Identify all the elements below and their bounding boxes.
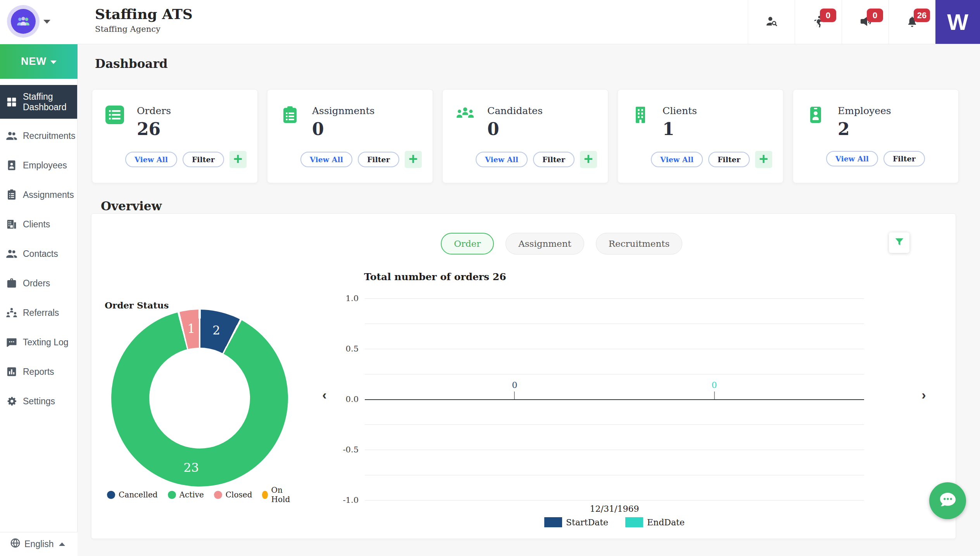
x-axis-line: [365, 399, 864, 400]
view-all-button[interactable]: View All: [651, 152, 703, 167]
sidebar-nav: Staffing Dashboard Recruitments Employee…: [0, 79, 77, 416]
chevron-down-icon[interactable]: [43, 20, 50, 24]
donut-legend: Cancelled Active Closed On Hold: [107, 485, 293, 504]
sidebar-item-texting-log[interactable]: Texting Log: [0, 327, 77, 357]
people-icon: [5, 248, 18, 260]
add-assignment-button[interactable]: +: [405, 151, 422, 168]
overview-title: Overview: [101, 199, 162, 213]
notifications-badge: 26: [914, 9, 930, 22]
sidebar-item-label: Recruitments: [23, 131, 75, 141]
tasks-button[interactable]: 0: [795, 0, 842, 44]
legend-item-closed[interactable]: Closed: [214, 485, 252, 504]
sidebar-item-settings[interactable]: Settings: [0, 386, 77, 416]
logo-zone: [0, 0, 78, 44]
new-button-label: NEW: [21, 55, 47, 68]
gridline: [365, 374, 864, 374]
line-chart-title: Total number of orders 26: [364, 271, 506, 282]
sidebar-item-contacts[interactable]: Contacts: [0, 239, 77, 268]
header: Staffing ATS Staffing Agency: [0, 0, 980, 44]
sidebar-item-recruitments[interactable]: Recruitments: [0, 121, 77, 151]
campaigns-badge: 0: [867, 9, 883, 22]
filter-button[interactable]: Filter: [708, 152, 750, 167]
stat-label: Clients: [663, 105, 697, 116]
gridline: [365, 349, 864, 349]
data-point-tick: [714, 391, 715, 399]
sidebar-item-staffing-dashboard[interactable]: Staffing Dashboard: [0, 85, 77, 119]
view-all-button[interactable]: View All: [476, 152, 528, 167]
language-selector[interactable]: English: [0, 532, 78, 556]
sidebar-item-employees[interactable]: Employees: [0, 151, 77, 180]
sidebar-item-label: Reports: [23, 367, 54, 377]
sidebar-item-reports[interactable]: Reports: [0, 357, 77, 386]
plus-icon: +: [759, 151, 768, 166]
sidebar-item-clients[interactable]: Clients: [0, 210, 77, 239]
legend-label: EndDate: [647, 518, 685, 527]
bar-chart-icon: [5, 365, 18, 378]
view-all-button[interactable]: View All: [125, 152, 177, 167]
donut-chart: 2231: [111, 310, 288, 487]
avatar[interactable]: [7, 5, 40, 38]
header-actions: 0 0 26 W: [748, 0, 980, 44]
chart-next-button[interactable]: ›: [916, 386, 932, 403]
chevron-down-icon: [50, 61, 57, 64]
line-chart-legend: StartDate EndDate: [544, 517, 685, 527]
legend-label: StartDate: [566, 518, 608, 527]
app-title: Staffing ATS: [95, 5, 193, 23]
notifications-button[interactable]: 26: [889, 0, 935, 44]
stat-count: 0: [487, 119, 499, 139]
legend-item-startdate[interactable]: StartDate: [544, 517, 608, 527]
legend-swatch: [544, 517, 562, 527]
filter-button[interactable]: Filter: [533, 152, 575, 167]
sidebar-item-label: Contacts: [23, 249, 58, 259]
tab-assignment[interactable]: Assignment: [506, 233, 584, 255]
sidebar-item-referrals[interactable]: Referrals: [0, 298, 77, 327]
sidebar-item-label: Employees: [23, 160, 67, 171]
legend-label: On Hold: [271, 485, 293, 504]
view-all-button[interactable]: View All: [300, 152, 352, 167]
sidebar-item-label: Orders: [23, 278, 50, 289]
stat-label: Candidates: [487, 105, 543, 116]
campaigns-button[interactable]: 0: [842, 0, 889, 44]
data-point-label: 0: [712, 380, 717, 390]
legend-swatch: [625, 517, 643, 527]
chart-prev-button[interactable]: ‹: [317, 386, 332, 403]
sidebar-item-orders[interactable]: Orders: [0, 268, 77, 298]
legend-item-enddate[interactable]: EndDate: [625, 517, 685, 527]
add-client-button[interactable]: +: [755, 151, 772, 168]
sidebar-item-label: Settings: [23, 396, 55, 407]
donut-chart-title: Order Status: [105, 300, 169, 310]
clipboard-icon: [5, 189, 18, 201]
workspace-tile[interactable]: W: [935, 0, 980, 44]
stat-card-candidates: Candidates 0 View All Filter +: [442, 89, 608, 183]
app-titles: Staffing ATS Staffing Agency: [95, 5, 193, 35]
add-candidate-button[interactable]: +: [580, 151, 597, 168]
legend-dot: [262, 491, 267, 499]
stat-label: Employees: [838, 105, 891, 116]
sidebar-item-assignments[interactable]: Assignments: [0, 180, 77, 210]
filter-button[interactable]: Filter: [183, 152, 224, 167]
legend-item-on-hold[interactable]: On Hold: [262, 485, 293, 504]
filter-button[interactable]: Filter: [883, 151, 925, 166]
legend-item-cancelled[interactable]: Cancelled: [107, 485, 158, 504]
data-point-label: 0: [512, 380, 517, 390]
view-all-button[interactable]: View All: [826, 151, 878, 166]
add-order-button[interactable]: +: [229, 151, 247, 168]
y-axis-tick-label: 1.0: [346, 294, 359, 303]
id-badge-icon: [806, 106, 825, 124]
overview-panel: Order Assignment Recruitments Order Stat…: [91, 213, 956, 539]
data-point-tick: [514, 391, 515, 399]
tab-order[interactable]: Order: [441, 233, 494, 255]
chart-filter-button[interactable]: [889, 232, 909, 253]
filter-button[interactable]: Filter: [358, 152, 399, 167]
donut-hole: [149, 348, 250, 449]
legend-item-active[interactable]: Active: [168, 485, 204, 504]
tab-recruitments[interactable]: Recruitments: [596, 233, 683, 255]
people-group-icon: [5, 307, 18, 319]
chat-bubble-icon: [938, 490, 958, 512]
user-search-icon: [765, 15, 778, 29]
new-button[interactable]: NEW: [0, 44, 78, 79]
stat-label: Assignments: [312, 105, 374, 116]
chat-button[interactable]: [929, 482, 966, 519]
user-search-button[interactable]: [748, 0, 795, 44]
stat-count: 2: [838, 119, 850, 139]
